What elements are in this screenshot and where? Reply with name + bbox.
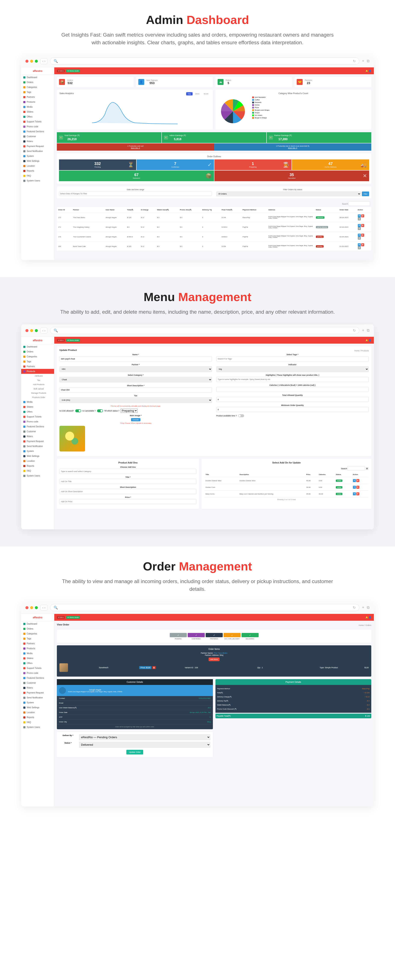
view-icon[interactable]: 👁 [358, 234, 361, 237]
print-icon[interactable]: 🖨 [358, 237, 361, 240]
sidebar-item[interactable]: Offers [21, 114, 54, 119]
sidebar-item[interactable]: Location [21, 710, 54, 715]
sidebar-item[interactable]: FAQ [21, 720, 54, 725]
add-icon[interactable]: + [362, 59, 364, 63]
th[interactable]: Payment Method [241, 207, 267, 213]
edit-icon[interactable]: ✎ [353, 479, 356, 482]
th[interactable]: Order ID [57, 207, 72, 213]
sidebar-item[interactable]: Partners [21, 95, 54, 100]
refresh-icon[interactable]: ↻ [353, 606, 356, 609]
alert-link[interactable]: More Info ➜ [131, 147, 140, 149]
sidebar-item[interactable]: Products [21, 100, 54, 104]
sidebar-item[interactable]: FAQ [21, 173, 54, 178]
add-more-button[interactable]: Add More [209, 657, 219, 661]
chart-tab[interactable]: Day [186, 92, 193, 95]
max-dot[interactable] [35, 606, 38, 609]
cancel-toggle[interactable] [97, 409, 103, 412]
min-dot[interactable] [30, 60, 33, 63]
sidebar-item[interactable]: Support Tickets [21, 414, 54, 419]
sidebar-subitem[interactable]: Products Order [21, 395, 54, 399]
addon-search[interactable] [347, 466, 365, 471]
view-icon[interactable]: 👁 [358, 224, 361, 227]
th[interactable]: Calories [317, 472, 335, 477]
user-icon[interactable]: 👤 [369, 616, 371, 619]
sidebar-item[interactable]: Payment Request [21, 690, 54, 695]
status-select[interactable]: Delivered [79, 742, 210, 748]
sidebar-item[interactable]: Tags [21, 90, 54, 95]
sidebar-item[interactable]: Customer [21, 681, 54, 686]
avail-toggle[interactable] [238, 414, 244, 417]
addon-desc-input[interactable] [59, 489, 197, 494]
sidebar-item[interactable]: Offers [21, 409, 54, 414]
sidebar-item[interactable]: Support Tickets [21, 119, 54, 124]
close-dot[interactable] [25, 329, 29, 332]
minqty-input[interactable] [216, 407, 369, 412]
add-icon[interactable]: + [362, 605, 364, 610]
sidebar-subitem[interactable]: Bulk upload [21, 387, 54, 391]
sidebar-item[interactable]: Categories [21, 631, 54, 636]
sidebar-item[interactable]: Tags [21, 359, 54, 364]
sidebar-item[interactable]: System Users [21, 473, 54, 478]
outline-card[interactable]: 1Preparing👨‍🍳 [214, 159, 292, 170]
update-button[interactable]: Update Order [126, 750, 143, 754]
edit-icon[interactable]: ✎ [353, 486, 356, 489]
toolbar-icon[interactable]: ⚙ [365, 467, 369, 470]
copy-icon[interactable]: ⧉ [367, 59, 370, 63]
sidebar-item[interactable]: Categories [21, 354, 54, 359]
refresh-icon[interactable]: ↻ [353, 328, 356, 332]
sidebar-item[interactable]: Offers [21, 661, 54, 666]
indicator-select[interactable]: Veg [216, 366, 369, 372]
nav-arrows[interactable]: ‹› [40, 328, 48, 334]
th[interactable]: D.Charge [140, 207, 155, 213]
th[interactable]: Status [335, 472, 351, 477]
breadcrumb[interactable]: Home / Orders [359, 623, 371, 628]
bell-icon[interactable]: 🔔 [365, 70, 368, 72]
user-icon[interactable]: 👤 [369, 339, 371, 342]
sidebar-item[interactable]: Orders [21, 80, 54, 85]
tax-select[interactable]: 0.00 (0%) [59, 397, 212, 403]
sidebar-item[interactable]: Payment Request [21, 144, 54, 149]
sidebar-item[interactable]: Web Settings [21, 159, 54, 164]
close-dot[interactable] [25, 60, 29, 63]
sidebar-item[interactable]: Sliders [21, 404, 54, 409]
th[interactable]: Order Date [338, 207, 356, 213]
outline-card[interactable]: 7Confirmed✓ [136, 159, 214, 170]
sidebar-item[interactable]: Send Notification [21, 695, 54, 700]
sidebar-item[interactable]: Products [21, 369, 54, 374]
date-input[interactable] [59, 191, 212, 196]
sidebar-item[interactable]: Featured Sections [21, 424, 54, 429]
sidebar-subitem[interactable]: Tax [21, 378, 54, 382]
status-select[interactable]: All Orders [216, 191, 361, 196]
refresh-icon[interactable]: ↻ [353, 59, 356, 63]
alert-link[interactable]: More Info ➜ [288, 147, 297, 149]
chart-tab[interactable]: Week [194, 92, 201, 95]
max-dot[interactable] [35, 329, 38, 332]
sidebar-item[interactable]: System Users [21, 178, 54, 183]
sidebar-item[interactable]: Media [21, 104, 54, 109]
view-icon[interactable]: 👁 [358, 243, 361, 246]
sidebar-item[interactable]: Tags [21, 636, 54, 641]
delete-icon[interactable]: 🗑 [361, 243, 364, 246]
outline-card[interactable]: 47Out for Delivery🚚 [292, 159, 369, 170]
sidebar-item[interactable]: Promo code [21, 124, 54, 129]
print-icon[interactable]: 🖨 [358, 217, 361, 220]
bell-icon[interactable]: 🔔 [365, 339, 368, 342]
edit-icon[interactable]: ✎ [353, 492, 356, 495]
th[interactable]: Description [238, 472, 305, 477]
delete-icon[interactable]: 🗑 [356, 492, 359, 495]
cat-select[interactable]: Chaat [59, 377, 212, 382]
url-bar[interactable]: 🔍↻ [50, 57, 360, 65]
outline-card[interactable]: 35Cancelled✕ [214, 170, 370, 181]
nav-arrows[interactable]: ‹› [40, 605, 48, 611]
partner-select[interactable]: KBC [59, 366, 212, 372]
delete-icon[interactable]: 🗑 [361, 234, 364, 237]
sidebar-item[interactable]: Media [21, 399, 54, 404]
tags-input[interactable] [216, 356, 369, 361]
sidebar-item[interactable]: Dashboard [21, 621, 54, 626]
th[interactable]: Final Total(₹) [221, 207, 241, 213]
sidebar-item[interactable]: Customer [21, 429, 54, 434]
sidebar-item[interactable]: Categories [21, 85, 54, 90]
sidebar-item[interactable]: System Users [21, 725, 54, 730]
url-bar[interactable]: 🔍↻ [50, 604, 360, 611]
calories-input[interactable] [216, 387, 369, 392]
